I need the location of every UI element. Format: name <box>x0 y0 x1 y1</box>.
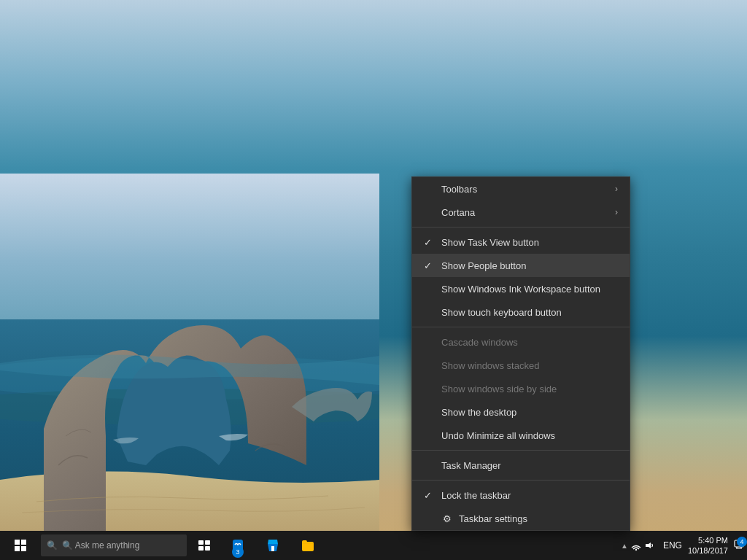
menu-separator <box>412 327 630 327</box>
menu-item-side-by-side: Show windows side by side <box>412 377 630 400</box>
search-icon: 🔍 <box>47 540 58 551</box>
menu-label-undo-minimize: Undo Minimize all windows <box>441 430 618 441</box>
network-icon <box>631 540 641 551</box>
clock[interactable]: 5:40 PM 10/18/2017 <box>688 535 728 556</box>
notification-count: 4 <box>737 537 747 547</box>
pinned-app-explorer[interactable] <box>292 532 324 559</box>
svg-rect-4 <box>15 540 20 545</box>
svg-rect-9 <box>205 540 210 545</box>
menu-item-show-people[interactable]: ✓Show People button <box>412 254 630 277</box>
menu-item-stacked: Show windows stacked <box>412 354 630 377</box>
menu-item-show-ink[interactable]: Show Windows Ink Workspace button <box>412 277 630 300</box>
menu-separator <box>412 480 630 481</box>
taskbar: 🔍 🔍 Ask me anything 3 <box>0 531 747 560</box>
menu-label-cascade: Cascade windows <box>441 337 618 348</box>
pinned-app-store[interactable] <box>257 532 289 559</box>
submenu-arrow-toolbars: › <box>615 184 618 194</box>
taskbar-left: 🔍 🔍 Ask me anything 3 <box>0 531 618 560</box>
notification-center-button[interactable]: 4 <box>734 540 744 552</box>
menu-item-cortana[interactable]: Cortana› <box>412 201 630 224</box>
menu-item-task-manager[interactable]: Task Manager <box>412 454 630 477</box>
menu-label-lock-taskbar: Lock the taskbar <box>441 490 618 501</box>
svg-rect-11 <box>205 546 210 551</box>
pinned-app-edge[interactable]: 3 <box>222 532 254 559</box>
menu-item-undo-minimize[interactable]: Undo Minimize all windows <box>412 424 630 447</box>
app-badge: 3 <box>232 546 244 558</box>
svg-point-12 <box>635 549 637 551</box>
rock-arch-svg <box>0 174 379 538</box>
menu-item-lock-taskbar[interactable]: ✓Lock the taskbar <box>412 483 630 507</box>
gear-icon: ⚙ <box>441 513 453 524</box>
menu-label-show-people: Show People button <box>441 260 618 271</box>
menu-item-cascade: Cascade windows <box>412 330 630 354</box>
taskbar-right: ▲ ENG 5:40 PM 10/18/2017 4 <box>618 535 747 556</box>
menu-item-taskbar-settings[interactable]: ⚙Taskbar settings <box>412 507 630 530</box>
menu-separator <box>412 450 630 451</box>
desktop-background <box>0 0 747 560</box>
search-bar[interactable]: 🔍 🔍 Ask me anything <box>41 534 187 556</box>
svg-rect-5 <box>21 540 26 545</box>
menu-label-show-keyboard: Show touch keyboard button <box>441 307 618 318</box>
menu-label-show-task-view: Show Task View button <box>441 237 618 248</box>
search-label: 🔍 Ask me anything <box>62 540 139 551</box>
svg-rect-6 <box>15 546 20 551</box>
menu-item-show-task-view[interactable]: ✓Show Task View button <box>412 230 630 254</box>
menu-label-task-manager: Task Manager <box>441 460 618 471</box>
svg-rect-7 <box>21 546 26 551</box>
system-tray: ▲ <box>618 540 657 551</box>
menu-label-toolbars: Toolbars <box>441 184 609 195</box>
menu-label-taskbar-settings: Taskbar settings <box>459 513 618 524</box>
check-icon-show-task-view: ✓ <box>424 237 436 248</box>
tray-arrow[interactable]: ▲ <box>621 542 628 550</box>
clock-date: 10/18/2017 <box>688 545 728 556</box>
check-icon-show-people: ✓ <box>424 260 436 271</box>
menu-label-show-ink: Show Windows Ink Workspace button <box>441 284 618 295</box>
submenu-arrow-cortana: › <box>615 207 618 217</box>
language-indicator[interactable]: ENG <box>663 540 682 551</box>
menu-item-toolbars[interactable]: Toolbars› <box>412 177 630 201</box>
menu-separator <box>412 227 630 228</box>
svg-rect-10 <box>198 546 204 551</box>
task-view-button[interactable] <box>190 531 219 560</box>
start-button[interactable] <box>3 531 38 560</box>
menu-label-cortana: Cortana <box>441 207 609 218</box>
check-icon-lock-taskbar: ✓ <box>424 490 436 501</box>
volume-icon <box>644 540 654 551</box>
clock-time: 5:40 PM <box>688 535 728 545</box>
menu-label-show-desktop: Show the desktop <box>441 407 618 418</box>
menu-item-show-desktop[interactable]: Show the desktop <box>412 400 630 424</box>
menu-item-show-keyboard[interactable]: Show touch keyboard button <box>412 300 630 324</box>
svg-rect-8 <box>198 540 204 545</box>
menu-label-side-by-side: Show windows side by side <box>441 384 618 394</box>
taskbar-context-menu: Toolbars›Cortana›✓Show Task View button✓… <box>411 176 630 531</box>
menu-label-stacked: Show windows stacked <box>441 360 618 371</box>
